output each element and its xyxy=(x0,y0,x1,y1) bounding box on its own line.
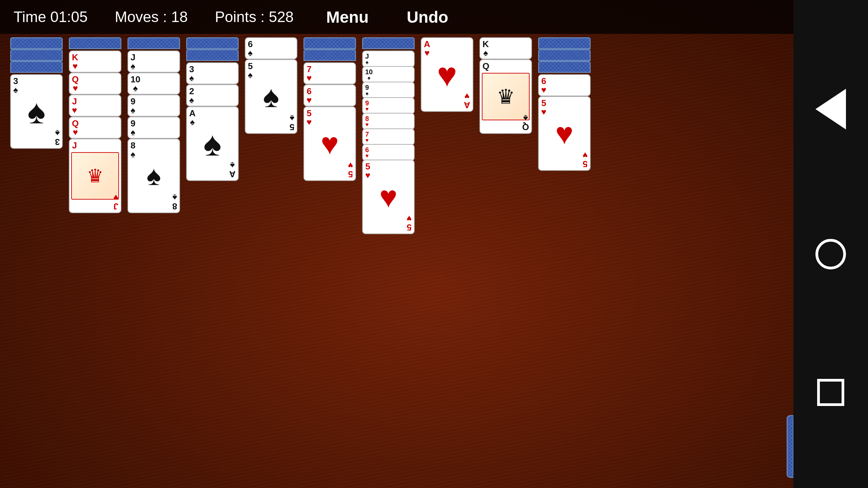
topbar: Time 01:05 Moves : 18 Points : 528 Menu … xyxy=(0,0,868,34)
card-9-spades-2[interactable]: 9 ♠ xyxy=(127,117,180,139)
card-back xyxy=(69,37,121,49)
card-9-spades-col7[interactable]: 9 ♠ xyxy=(362,82,415,99)
card-back xyxy=(186,37,239,49)
card-9-hearts[interactable]: 9 ♥ xyxy=(362,97,415,114)
card-back xyxy=(538,61,591,73)
card-Q-hearts[interactable]: Q ♥ xyxy=(69,73,121,95)
column-4: 3 ♠ 2 ♠ A ♠ ♠ A ♠ xyxy=(186,37,239,181)
card-6-hearts-col10[interactable]: 6 ♥ xyxy=(538,74,591,96)
card-6-spades[interactable]: 6 ♠ xyxy=(245,37,297,59)
card-columns: 3 ♠ ♠ 3 ♠ K ♥ xyxy=(10,37,591,234)
column-8: A ♥ ♥ A ♥ xyxy=(421,37,473,112)
column-3: J ♠ 10 ♠ 9 ♠ 9 xyxy=(127,37,180,213)
card-K-hearts[interactable]: K ♥ xyxy=(69,50,121,73)
card-back xyxy=(186,49,239,61)
card-Q-spades[interactable]: Q ♠ ♛ Q ♠ xyxy=(479,59,532,134)
moves-display: Moves : 18 xyxy=(115,8,188,25)
time-display: Time 01:05 xyxy=(14,8,87,25)
card-10-spades[interactable]: 10 ♠ xyxy=(127,73,180,95)
card-J-spades-2[interactable]: J ♠ xyxy=(362,50,415,67)
card-back xyxy=(10,37,63,49)
menu-button[interactable]: Menu xyxy=(321,6,374,28)
card-8-hearts[interactable]: 8 ♥ xyxy=(362,113,415,130)
card-10-spades-2[interactable]: 10 ♠ xyxy=(362,66,415,83)
card-back xyxy=(127,37,180,49)
undo-button[interactable]: Undo xyxy=(401,6,454,28)
card-back xyxy=(303,37,356,49)
card-back xyxy=(538,49,591,61)
column-1: 3 ♠ ♠ 3 ♠ xyxy=(10,37,63,149)
card-J-spades[interactable]: J ♠ xyxy=(127,50,180,73)
card-5-hearts-col10[interactable]: 5 ♥ ♥ 5 ♥ xyxy=(538,96,591,171)
card-5-hearts[interactable]: 5 ♥ ♥ 5 ♥ xyxy=(303,106,356,181)
card-5-spades[interactable]: 5 ♠ ♠ 5 ♠ xyxy=(245,59,297,134)
card-2-spades[interactable]: 2 ♠ xyxy=(186,84,239,106)
game-area: 3 ♠ ♠ 3 ♠ K ♥ xyxy=(0,34,868,488)
points-display: Points : 528 xyxy=(215,8,294,25)
back-button[interactable] xyxy=(815,89,846,129)
back-icon xyxy=(815,89,846,129)
card-A-spades[interactable]: A ♠ ♠ A ♠ xyxy=(186,106,239,181)
column-9: K ♠ Q ♠ ♛ Q ♠ xyxy=(479,37,532,134)
column-2: K ♥ Q ♥ J ♥ Q xyxy=(69,37,121,213)
card-K-spades[interactable]: K ♠ xyxy=(479,37,532,59)
column-5: 6 ♠ 5 ♠ ♠ 5 ♠ xyxy=(245,37,297,134)
card-9-spades[interactable]: 9 ♠ xyxy=(127,95,180,117)
home-icon xyxy=(815,239,846,269)
card-back xyxy=(10,49,63,61)
card-back xyxy=(538,37,591,49)
card-J-hearts-2[interactable]: J ♥ ♛ J ♥ xyxy=(69,139,121,213)
card-3-spades-2[interactable]: 3 ♠ xyxy=(186,62,239,84)
card-back xyxy=(362,37,415,49)
recents-icon xyxy=(817,379,844,406)
card-back xyxy=(303,49,356,61)
card-back xyxy=(10,61,63,73)
home-button[interactable] xyxy=(815,239,846,269)
card-6-hearts[interactable]: 6 ♥ xyxy=(303,84,356,106)
column-10: 6 ♥ 5 ♥ ♥ 5 ♥ xyxy=(538,37,591,171)
column-7: J ♠ 10 ♠ 9 ♠ 9 xyxy=(362,37,415,234)
card-A-hearts[interactable]: A ♥ ♥ A ♥ xyxy=(421,37,473,112)
recents-button[interactable] xyxy=(817,379,844,406)
card-J-hearts[interactable]: J ♥ xyxy=(69,95,121,117)
nav-panel xyxy=(793,0,868,488)
card-Q-hearts-2[interactable]: Q ♥ xyxy=(69,117,121,139)
card-5-hearts-col7[interactable]: 5 ♥ ♥ 5 ♥ xyxy=(362,160,415,234)
column-6: 7 ♥ 6 ♥ 5 ♥ ♥ 5 ♥ xyxy=(303,37,356,181)
card-8-spades[interactable]: 8 ♠ ♠ 8 ♠ xyxy=(127,139,180,213)
card-6-hearts-col7[interactable]: 6 ♥ xyxy=(362,144,415,161)
card-7-hearts-col7[interactable]: 7 ♥ xyxy=(362,128,415,145)
card-3-spades[interactable]: 3 ♠ ♠ 3 ♠ xyxy=(10,74,63,149)
card-7-hearts[interactable]: 7 ♥ xyxy=(303,62,356,84)
